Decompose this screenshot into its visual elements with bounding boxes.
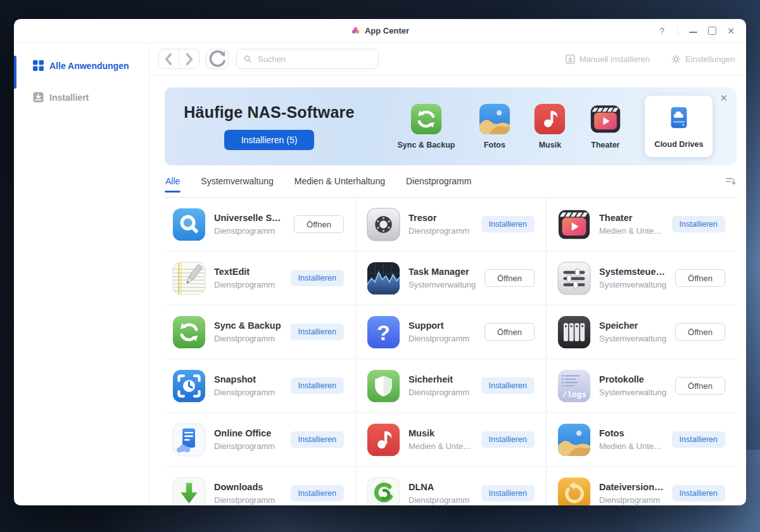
tab-alle[interactable]: Alle (165, 165, 180, 197)
open-button[interactable]: Öffnen (294, 215, 344, 233)
settings-button[interactable]: Einstellungen (671, 54, 735, 64)
app-name: Speicher (599, 320, 667, 331)
snapshot-icon (172, 369, 206, 403)
app-name: TextEdit (214, 267, 282, 277)
app-name: Downloads (214, 482, 282, 492)
minimize-button[interactable] (689, 29, 697, 33)
app-card-universelle-suche[interactable]: Universelle SucheDienstprogrammÖffnen (165, 198, 355, 251)
close-button[interactable]: ✕ (727, 26, 735, 36)
app-card-systemsteuerung[interactable]: SystemsteuerungSystemverwaltungÖffnen (546, 251, 737, 305)
open-button[interactable]: Öffnen (484, 269, 535, 287)
content-area: Manuell installieren Einstellungen Häufi… (149, 43, 746, 505)
app-info: ProtokolleSystemverwaltung (599, 374, 667, 397)
app-card-online-office[interactable]: Online OfficeDienstprogrammInstallieren (165, 413, 355, 467)
tab-systemverwaltung[interactable]: Systemverwaltung (200, 165, 274, 197)
app-card-snapshot[interactable]: SnapshotDienstprogrammInstallieren (165, 359, 355, 413)
app-card-support[interactable]: ?SupportDienstprogrammÖffnen (355, 305, 546, 359)
back-button[interactable] (159, 49, 179, 68)
open-button[interactable]: Öffnen (675, 323, 725, 341)
search-input[interactable] (256, 54, 372, 65)
app-card-sicherheit[interactable]: SicherheitDienstprogrammInstallieren (355, 359, 546, 413)
app-category: Dienstprogramm (214, 334, 282, 343)
sidebar-item-label: Alle Anwendungen (49, 60, 129, 72)
tab-medien-unterhaltung[interactable]: Medien & Unterhaltung (294, 165, 386, 197)
title-bar: App Center ? ✕ (14, 19, 746, 43)
app-card-fotos[interactable]: FotosMedien & Unterhalt…Installieren (546, 413, 737, 467)
install-button[interactable]: Installieren (291, 324, 344, 340)
manual-install-button[interactable]: Manuell installieren (566, 54, 650, 64)
app-name: Universelle Suche (214, 213, 286, 223)
app-card-musik[interactable]: MusikMedien & Unterhalt…Installieren (355, 413, 546, 467)
online-office-icon (172, 423, 206, 457)
help-button[interactable]: ? (657, 26, 667, 36)
banner-app-sync-backup[interactable]: Sync & Backup (397, 103, 455, 149)
app-info: DLNADienstprogramm (408, 482, 473, 505)
apps-grid-icon (33, 60, 44, 71)
banner-text-block: Häufige NAS-Software Installieren (5) (165, 103, 374, 150)
banner-app-fotos[interactable]: Fotos (479, 103, 510, 149)
app-card-dlna[interactable]: DLNADienstprogrammInstallieren (355, 467, 546, 505)
install-button[interactable]: Installieren (291, 485, 344, 502)
app-category: Dienstprogramm (408, 226, 473, 236)
open-button[interactable]: Öffnen (675, 377, 725, 395)
app-info: TextEditDienstprogramm (214, 267, 282, 289)
install-button[interactable]: Installieren (481, 431, 535, 448)
app-info: MusikMedien & Unterhalt… (408, 428, 473, 451)
window-controls: ? ✕ (657, 19, 735, 42)
refresh-button[interactable] (206, 49, 229, 69)
promo-banner: Häufige NAS-Software Installieren (5) Sy… (165, 87, 737, 165)
open-button[interactable]: Öffnen (675, 269, 725, 287)
install-button[interactable]: Installieren (672, 485, 725, 502)
install-button[interactable]: Installieren (291, 270, 344, 286)
sidebar-item-installiert[interactable]: Installiert (14, 90, 149, 105)
install-button[interactable]: Installieren (672, 431, 725, 448)
app-card-theater[interactable]: TheaterMedien & Unterhalt…Installieren (546, 198, 737, 251)
app-card-downloads[interactable]: DownloadsDienstprogrammInstallieren (165, 467, 355, 505)
app-info: SupportDienstprogramm (408, 320, 476, 343)
banner-apps: Sync & BackupFotosMusikTheaterCloud Driv… (374, 96, 737, 157)
sort-button[interactable] (725, 176, 737, 186)
banner-install-button[interactable]: Installieren (5) (224, 130, 315, 150)
install-button[interactable]: Installieren (481, 377, 535, 394)
app-card-sync-backup[interactable]: Sync & BackupDienstprogrammInstallieren (165, 305, 355, 359)
app-card-speicher[interactable]: SpeicherSystemverwaltungÖffnen (546, 305, 737, 359)
app-category: Systemverwaltung (599, 280, 667, 289)
app-info: Universelle SucheDienstprogramm (214, 213, 286, 236)
app-card-textedit[interactable]: TextEditDienstprogrammInstallieren (165, 251, 355, 305)
sidebar-items: Alle AnwendungenInstalliert (14, 58, 149, 106)
search-box[interactable] (236, 49, 379, 69)
install-button[interactable]: Installieren (672, 216, 725, 232)
gear-icon (671, 54, 681, 64)
app-card-tresor[interactable]: TresorDienstprogrammInstallieren (355, 198, 546, 251)
sidebar-item-alle-anwendungen[interactable]: Alle Anwendungen (14, 58, 149, 73)
install-button[interactable]: Installieren (481, 216, 535, 232)
forward-button[interactable] (179, 49, 199, 68)
downloads-icon (172, 477, 206, 506)
install-button[interactable]: Installieren (291, 431, 344, 448)
search-icon (243, 54, 252, 63)
app-info: Task ManagerSystemverwaltung (408, 267, 476, 289)
maximize-button[interactable] (708, 27, 716, 35)
speicher-icon (557, 315, 591, 349)
app-card-dateiversionen[interactable]: DateiversionenDienstprogrammInstallieren (546, 467, 737, 505)
desktop: { "window": { "title": "App Center", "co… (0, 0, 760, 532)
banner-close-icon[interactable]: ✕ (719, 93, 728, 103)
banner-app-cloud-drives[interactable]: Cloud Drives (645, 96, 712, 157)
task-manager-icon (367, 262, 400, 295)
refresh-icon (206, 48, 228, 70)
app-category: Systemverwaltung (408, 280, 476, 289)
app-category: Medien & Unterhalt… (408, 441, 473, 451)
banner-app-theater[interactable]: Theater (590, 103, 621, 149)
app-card-task-manager[interactable]: Task ManagerSystemverwaltungÖffnen (355, 251, 546, 305)
banner-app-musik[interactable]: Musik (534, 103, 566, 149)
install-button[interactable]: Installieren (291, 377, 344, 394)
tab-dienstprogramm[interactable]: Dienstprogramm (405, 165, 472, 197)
window-title: App Center (365, 26, 409, 35)
install-button[interactable]: Installieren (481, 485, 535, 502)
app-name: Theater (599, 213, 664, 223)
app-info: Sync & BackupDienstprogramm (214, 320, 282, 343)
app-card-protokolle[interactable]: /logsProtokolleSystemverwaltungÖffnen (546, 359, 737, 413)
banner-app-label: Sync & Backup (397, 141, 455, 149)
app-info: FotosMedien & Unterhalt… (599, 428, 664, 451)
open-button[interactable]: Öffnen (484, 323, 535, 341)
